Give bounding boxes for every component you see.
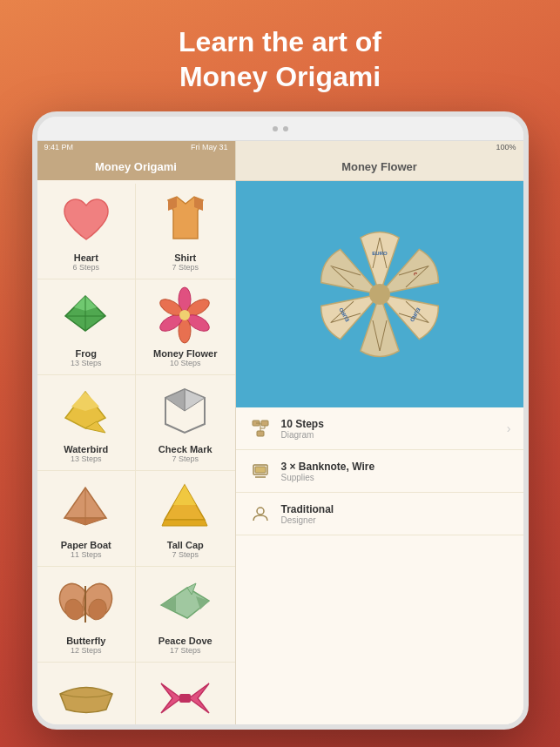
svg-marker-36 [189,683,209,713]
origami-name: Money Flower [153,348,217,359]
svg-rect-51 [255,467,266,473]
origami-steps: 12 Steps [71,646,102,655]
right-status-bar: 100% [236,141,523,153]
origami-name: Waterbird [64,444,108,454]
origami-steps: 17 Steps [170,646,201,655]
info-row-designer[interactable]: Traditional Designer [236,493,523,535]
svg-rect-44 [261,421,268,426]
flower-image-area: EURO € EURO [236,181,523,407]
info-row-supplies[interactable]: 3 × Banknote, Wire Supplies [236,450,523,493]
svg-point-53 [257,508,264,515]
origami-steps: 7 Steps [172,263,199,272]
sidebar-status-bar: 9:41 PM Fri May 31 [37,141,235,153]
sidebar: 9:41 PM Fri May 31 Money Origami Heart 6… [37,141,236,724]
info-row-steps[interactable]: 10 Steps Diagram › [236,407,523,450]
device-top-bar [37,117,523,141]
svg-marker-32 [161,596,176,612]
list-item[interactable]: Money Flower 10 Steps [136,279,235,375]
svg-rect-37 [179,694,191,703]
right-header: Money Flower [236,153,523,181]
origami-name: Peace Dove [159,636,213,646]
chevron-right-icon: › [507,421,511,435]
origami-steps: 13 Steps [71,359,102,367]
svg-marker-18 [185,389,205,411]
right-panel: 100% Money Flower EURO [236,141,523,724]
list-item[interactable]: Check Mark 7 Steps [136,375,235,471]
origami-steps: 11 Steps [71,550,102,559]
list-item[interactable]: Butterfly 12 Steps [37,567,137,663]
designer-icon [248,501,273,526]
supplies-icon [248,459,273,483]
device-frame: 9:41 PM Fri May 31 Money Origami Heart 6… [32,111,529,730]
svg-marker-19 [165,389,185,411]
supplies-label: 3 × Banknote, Wire [281,461,511,473]
origami-steps: 7 Steps [172,550,199,559]
list-item[interactable]: Frog 13 Steps [37,279,137,375]
origami-name: Frog [76,348,97,359]
list-item[interactable]: Bow Tie 12 Steps [136,663,235,724]
list-item[interactable]: Paper Boat 11 Steps [37,471,137,567]
origami-steps: 13 Steps [71,454,102,463]
list-item[interactable]: Tall Cap 7 Steps [136,471,235,567]
origami-name: Tall Cap [167,540,204,550]
svg-marker-25 [162,520,207,526]
origami-steps: 6 Steps [72,263,99,272]
list-item[interactable]: Boat 12 Steps [37,663,137,724]
steps-sublabel: Diagram [281,430,507,440]
steps-label: 10 Steps [281,418,507,430]
list-item[interactable]: Heart 6 Steps [37,184,137,279]
list-item[interactable]: Waterbird 13 Steps [37,375,137,471]
svg-point-13 [179,310,190,320]
origami-name: Shirt [174,252,196,263]
supplies-sublabel: Supplies [281,473,511,482]
origami-name: Paper Boat [61,540,111,550]
info-section: 10 Steps Diagram › 3 × [236,407,523,724]
diagram-icon [248,416,273,441]
origami-name: Heart [74,252,98,263]
origami-steps: 7 Steps [172,454,199,463]
list-item[interactable]: Shirt 7 Steps [136,184,235,279]
list-item[interactable]: Peace Dove 17 Steps [136,567,235,663]
headline: Learn the art ofMoney Origami [144,0,416,111]
svg-point-42 [369,284,390,305]
origami-steps: 10 Steps [170,359,201,367]
svg-rect-45 [257,431,264,436]
sidebar-header: Money Origami [37,153,235,180]
svg-text:EURO: EURO [372,251,388,256]
designer-label: Traditional [281,503,511,515]
designer-sublabel: Designer [281,515,511,525]
svg-marker-35 [161,683,181,713]
origami-name: Check Mark [159,444,213,454]
svg-marker-24 [173,485,196,505]
origami-name: Butterfly [66,636,105,646]
